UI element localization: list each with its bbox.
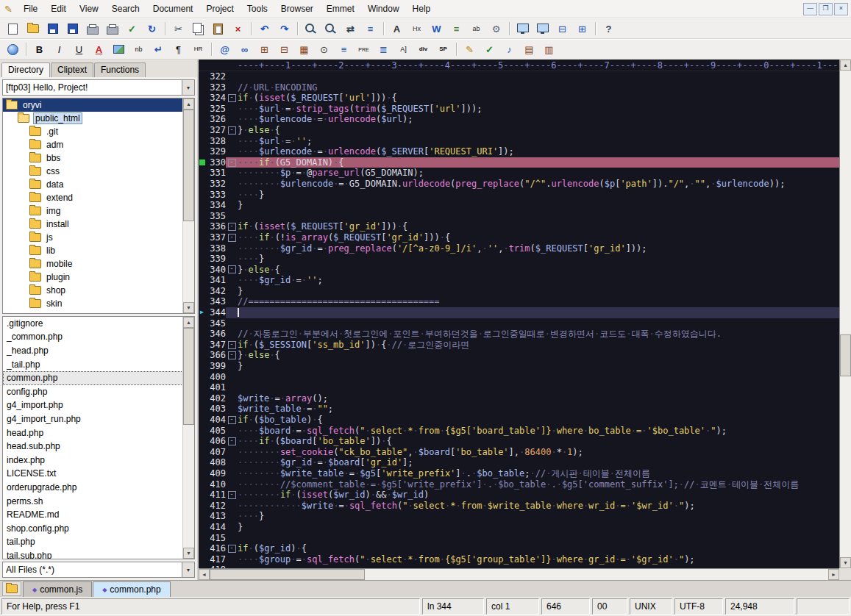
doc-tab-common.js[interactable]: ◆common.js [23, 581, 92, 597]
code-line-417[interactable]: 417····$group·=·sql_fetch("·select·*·fro… [199, 554, 839, 565]
auto-completion-icon[interactable]: ab [467, 21, 485, 37]
editor-horizontal-scrollbar[interactable]: ◄ ► [199, 568, 839, 580]
table-icon[interactable]: ⊞ [255, 41, 274, 57]
fold-toggle-icon[interactable]: - [228, 94, 236, 102]
file-item[interactable]: index.php [3, 454, 183, 468]
code-line-410[interactable]: 410········//$comment_table·=·$g5['write… [199, 479, 839, 490]
restore-button[interactable]: ❐ [819, 3, 833, 15]
code-line-328[interactable]: 328····$url·=·''; [199, 136, 839, 147]
reload-icon[interactable]: ↻ [143, 21, 161, 37]
horizontal-rule-icon[interactable]: HR [189, 41, 207, 57]
tree-item-css[interactable]: css [3, 165, 183, 178]
table-row-icon[interactable]: ⊟ [275, 41, 293, 57]
fold-toggle-icon[interactable]: - [228, 437, 236, 445]
hex-viewer-icon[interactable]: Hx [407, 21, 426, 37]
tree-item-lib[interactable]: lib [3, 244, 183, 257]
file-item[interactable]: head.php [3, 426, 183, 440]
code-line-344[interactable]: ▶344 [199, 307, 839, 318]
tree-item-.git[interactable]: .git [3, 125, 183, 138]
code-line-404[interactable]: 404-if·($bo_table)·{ [199, 415, 839, 426]
context-help-icon[interactable]: ? [599, 21, 618, 37]
delete-icon[interactable]: × [229, 21, 247, 37]
anchor-icon[interactable]: @ [216, 41, 234, 57]
split-vertical-icon[interactable]: ⊞ [573, 21, 591, 37]
line-numbers-icon[interactable]: ≡ [447, 21, 466, 37]
scroll-down-icon[interactable]: ▼ [183, 548, 194, 559]
file-manager-button[interactable] [2, 581, 21, 596]
copy-icon[interactable] [189, 21, 207, 37]
scroll-down-icon[interactable]: ▼ [840, 557, 851, 568]
file-item[interactable]: tail.sub.php [3, 549, 183, 559]
code-line-406[interactable]: 406-····if·($board['bo_table'])·{ [199, 436, 839, 447]
code-line-326[interactable]: 326····$urlencode·=·urlencode($url); [199, 114, 839, 125]
menu-tools[interactable]: Tools [241, 1, 274, 17]
pre-icon[interactable]: PRE [355, 41, 373, 57]
find-in-files-icon[interactable] [321, 21, 340, 37]
fold-toggle-icon[interactable]: - [228, 545, 236, 553]
code-line-405[interactable]: 405····$board·=·sql_fetch("·select·*·fro… [199, 426, 839, 437]
numbered-list-icon[interactable]: ≣ [374, 41, 393, 57]
fold-toggle-icon[interactable]: - [228, 126, 236, 135]
font-color-icon[interactable]: A [90, 41, 108, 57]
fold-toggle-icon[interactable]: - [228, 265, 236, 273]
menu-file[interactable]: File [17, 1, 44, 17]
bullet-list-icon[interactable]: ≡ [335, 41, 353, 57]
tree-item-img[interactable]: img [3, 204, 183, 218]
menu-emmet[interactable]: Emmet [320, 1, 361, 17]
print-preview-icon[interactable] [103, 21, 121, 37]
menu-edit[interactable]: Edit [44, 1, 73, 17]
bold-icon[interactable]: B [30, 41, 49, 57]
menu-view[interactable]: View [73, 1, 105, 17]
save-icon[interactable] [43, 21, 62, 37]
tree-item-oryvi[interactable]: oryvi [3, 99, 183, 112]
menu-window[interactable]: Window [361, 1, 406, 17]
edit-tag-icon[interactable]: ✎ [460, 41, 479, 57]
code-line-346[interactable]: 346//·자동로그인·부분에서·첫로그인에·포인트·부여하던것을·로그인중일때… [199, 329, 839, 340]
print-icon[interactable] [83, 21, 102, 37]
file-item[interactable]: _tail.php [3, 358, 183, 372]
file-item[interactable]: _head.php [3, 344, 183, 358]
view-in-browser-icon[interactable] [513, 21, 532, 37]
fold-toggle-icon[interactable]: - [228, 351, 236, 359]
code-line-327[interactable]: 327-}·else·{ [199, 125, 839, 136]
file-item[interactable]: config.php [3, 385, 183, 399]
tree-item-shop[interactable]: shop [3, 284, 183, 297]
replace-icon[interactable]: ⇄ [341, 21, 360, 37]
line-break-icon[interactable]: ↵ [149, 41, 168, 57]
scroll-up-icon[interactable]: ▲ [183, 317, 194, 328]
file-item[interactable]: g4_import_run.php [3, 412, 183, 426]
close-button[interactable]: × [834, 3, 848, 15]
fold-toggle-icon[interactable]: - [228, 223, 236, 231]
code-line-325[interactable]: 325····$url·=·strip_tags(trim($_REQUEST[… [199, 104, 839, 115]
code-line-335[interactable]: 335 [199, 211, 839, 222]
multimedia-icon[interactable]: ♪ [500, 41, 519, 57]
project-selector[interactable]: [ftp03] Hello, Project! ▼ [2, 79, 195, 96]
file-item[interactable]: README.md [3, 508, 183, 522]
code-line-408[interactable]: 408········$gr_id·=·$board['gr_id']; [199, 457, 839, 468]
layout-table-icon[interactable]: ▤ [520, 41, 538, 57]
italic-icon[interactable]: I [50, 41, 68, 57]
file-item[interactable]: head.sub.php [3, 440, 183, 454]
tab-cliptext[interactable]: Cliptext [51, 62, 93, 77]
file-item[interactable]: LICENSE.txt [3, 467, 183, 481]
code-line-413[interactable]: 413····} [199, 511, 839, 522]
span-icon[interactable]: SP [434, 41, 452, 57]
check-syntax-icon[interactable]: ✓ [480, 41, 499, 57]
save-all-icon[interactable] [63, 21, 82, 37]
underline-icon[interactable]: U [70, 41, 88, 57]
minimize-button[interactable]: — [803, 3, 817, 15]
tree-item-data[interactable]: data [3, 178, 183, 191]
spell-check-icon[interactable]: ✓ [123, 21, 141, 37]
code-line-409[interactable]: 409········$write_table·=·$g5['write_pre… [199, 468, 839, 479]
file-item[interactable]: g4_import.php [3, 398, 183, 412]
menu-project[interactable]: Project [199, 1, 240, 17]
code-line-323[interactable]: 323//·URL·ENCODING [199, 82, 839, 93]
paste-icon[interactable] [209, 21, 227, 37]
browser-icon[interactable] [4, 41, 22, 57]
hyperlink-icon[interactable]: ∞ [235, 41, 254, 57]
scroll-up-icon[interactable]: ▲ [840, 60, 851, 71]
font-size-icon[interactable]: A [388, 21, 406, 37]
tree-item-install[interactable]: install [3, 218, 183, 231]
find-icon[interactable] [302, 21, 320, 37]
code-line-343[interactable]: 343//===================================… [199, 296, 839, 307]
